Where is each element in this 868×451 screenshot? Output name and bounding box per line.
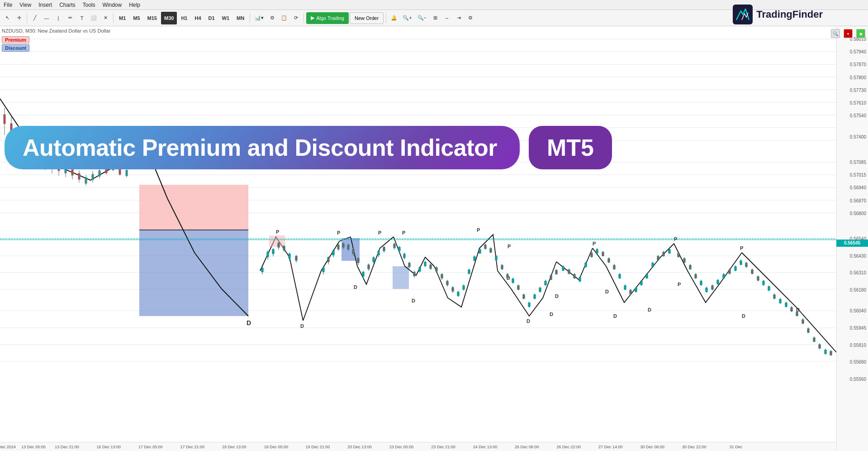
svg-rect-31 — [342, 238, 360, 261]
svg-rect-102 — [413, 272, 415, 276]
menu-help[interactable]: Help — [129, 2, 140, 8]
svg-rect-82 — [357, 259, 359, 263]
svg-rect-84 — [362, 272, 364, 276]
tf-m15[interactable]: M15 — [144, 12, 160, 24]
svg-text:P: P — [593, 241, 596, 246]
algo-trading-btn[interactable]: ▶ Algo Trading — [306, 12, 349, 24]
svg-rect-152 — [550, 276, 552, 279]
svg-rect-282 — [105, 168, 107, 173]
svg-text:D: D — [796, 307, 800, 312]
svg-rect-210 — [717, 280, 719, 284]
svg-rect-104 — [419, 268, 421, 271]
svg-rect-242 — [807, 329, 809, 332]
tf-h1[interactable]: H1 — [178, 12, 190, 24]
properties-btn[interactable]: ⚙ — [465, 12, 476, 24]
tool-arrow[interactable]: ↖ — [2, 12, 13, 24]
svg-rect-24 — [139, 185, 248, 230]
price-0.55810: 0.55810 — [850, 342, 866, 347]
tool-cross[interactable]: ✛ — [14, 12, 24, 24]
legend-discount: Discount — [2, 44, 29, 52]
svg-rect-190 — [657, 256, 659, 260]
time-14: 26 Dec 22:00 — [557, 445, 581, 449]
svg-rect-168 — [596, 249, 598, 253]
svg-rect-278 — [92, 174, 94, 180]
zoom-in-btn[interactable]: 🔍+ — [400, 12, 414, 24]
toolbar-sep-4 — [304, 13, 304, 23]
menu-charts[interactable]: Charts — [59, 2, 75, 8]
tf-h4[interactable]: H4 — [191, 12, 204, 24]
algo-trading-label: Algo Trading — [316, 15, 344, 21]
tf-m30[interactable]: M30 — [161, 12, 177, 24]
svg-rect-158 — [568, 270, 570, 273]
svg-rect-172 — [608, 259, 610, 262]
svg-rect-216 — [735, 267, 736, 270]
svg-rect-244 — [813, 338, 815, 341]
autoscroll2-btn[interactable]: ↔ — [441, 12, 452, 24]
svg-rect-266 — [51, 161, 53, 169]
tradingfinder-icon — [733, 5, 753, 24]
svg-rect-72 — [332, 251, 334, 255]
chart-shift-btn[interactable]: ⇥ — [453, 12, 464, 24]
notification-icon[interactable]: ● — [844, 29, 853, 38]
menu-view[interactable]: View — [19, 2, 31, 8]
tool-line[interactable]: ╱ — [29, 12, 40, 24]
svg-rect-74 — [337, 245, 339, 249]
chart-type-dropdown[interactable]: 📊▾ — [252, 12, 266, 24]
auto-scroll[interactable]: ⟳ — [290, 12, 301, 24]
svg-rect-226 — [763, 281, 764, 285]
tool-hline[interactable]: — — [41, 12, 52, 24]
svg-rect-256 — [17, 132, 19, 140]
menu-tools[interactable]: Tools — [83, 2, 95, 8]
svg-rect-194 — [669, 249, 670, 253]
tf-m5[interactable]: M5 — [130, 12, 143, 24]
svg-rect-206 — [706, 288, 707, 292]
price-scale: 0.58010 0.57940 0.57870 0.57800 0.57730 … — [836, 26, 868, 451]
menu-window[interactable]: Window — [103, 2, 122, 8]
tool-text[interactable]: T — [76, 12, 87, 24]
tf-m1[interactable]: M1 — [116, 12, 129, 24]
grid-btn[interactable]: ⊞ — [430, 12, 441, 24]
legend-premium: Premium — [2, 36, 29, 43]
tf-w1[interactable]: W1 — [219, 12, 233, 24]
symbol-label: NZDUSD, M30: New Zealand Dollar vs US Do… — [2, 28, 110, 34]
svg-rect-26 — [139, 230, 248, 316]
template-btn[interactable]: 📋 — [279, 12, 289, 24]
time-12: 24 Dec 13:00 — [473, 445, 498, 449]
search-icon[interactable]: 🔍 — [831, 29, 840, 38]
svg-text:D: D — [550, 312, 553, 317]
tool-delete[interactable]: ✕ — [100, 12, 111, 24]
time-9: 20 Dec 13:00 — [347, 445, 372, 449]
svg-rect-156 — [562, 267, 564, 270]
new-order-label: New Order — [355, 15, 379, 21]
new-order-btn[interactable]: New Order — [350, 12, 384, 24]
price-0.56870: 0.56870 — [850, 198, 866, 203]
price-0.56800: 0.56800 — [850, 211, 866, 216]
svg-rect-170 — [602, 252, 604, 256]
svg-text:D: D — [300, 323, 304, 329]
indicator-btn[interactable]: ⚙ — [267, 12, 278, 24]
tool-pen[interactable]: ✏ — [65, 12, 76, 24]
price-alert-btn[interactable]: 🔔 — [389, 12, 399, 24]
price-0.57730: 0.57730 — [850, 87, 866, 92]
price-0.57015: 0.57015 — [850, 173, 866, 178]
tool-shapes[interactable]: ⬜ — [88, 12, 99, 24]
menu-insert[interactable]: Insert — [38, 2, 52, 8]
svg-rect-64 — [289, 254, 290, 258]
status-indicator[interactable]: ■ — [856, 29, 865, 38]
svg-text:P: P — [740, 245, 743, 251]
svg-rect-272 — [71, 169, 73, 175]
tf-d1[interactable]: D1 — [205, 12, 218, 24]
zoom-out-btn[interactable]: 🔍− — [415, 12, 429, 24]
toolbar: ↖ ✛ ╱ — | ✏ T ⬜ ✕ M1 M5 M15 M30 H1 H4 D1… — [0, 10, 868, 26]
svg-rect-114 — [446, 281, 448, 285]
svg-rect-202 — [695, 274, 697, 278]
svg-rect-94 — [394, 244, 395, 248]
svg-rect-78 — [347, 245, 349, 249]
svg-rect-280 — [99, 171, 100, 176]
svg-rect-56 — [267, 252, 269, 257]
tf-mn[interactable]: MN — [233, 12, 247, 24]
menu-file[interactable]: File — [4, 2, 12, 8]
time-7: 19 Dec 05:00 — [264, 445, 288, 449]
svg-rect-68 — [323, 268, 324, 272]
tool-vline[interactable]: | — [53, 12, 64, 24]
